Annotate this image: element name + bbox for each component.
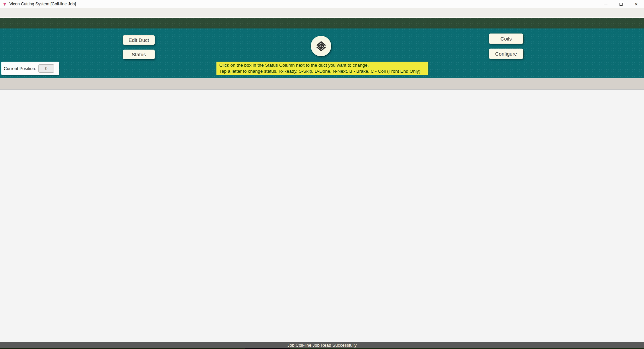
configure-button[interactable]: Configure [489,49,523,59]
close-icon: ✕ [635,2,638,6]
restore-icon [620,3,623,6]
coils-button[interactable]: Coils [489,33,523,44]
menu-bar [0,8,644,18]
current-position-label: Current Position: [4,66,36,71]
window-title: Vicon Cutting System [Coil-line Job] [9,2,76,6]
tab-bar [0,18,644,28]
vertical-arrows-icon [314,40,328,53]
minimize-icon [604,4,607,4]
app-logo-icon: ▼ [3,2,7,6]
vertical-arrows-button[interactable] [311,36,331,56]
close-button[interactable]: ✕ [629,0,644,8]
status-button[interactable]: Status [123,50,155,59]
window-controls: ✕ [598,0,644,8]
current-position-panel: Current Position: 0 [1,62,59,75]
status-bar: Job Coil-line Job Read Successfully [0,342,644,348]
banner-line-1: Click on the box in the Status Column ne… [219,62,425,68]
toolbar: Edit Duct Status Coils Configure Current… [0,28,644,78]
empty-table-area [0,146,644,342]
edit-duct-button[interactable]: Edit Duct [123,35,155,45]
instruction-banner: Click on the box in the Status Column ne… [216,62,428,75]
minimize-button[interactable] [598,0,613,8]
table-header-row [0,78,644,89]
title-bar: ▼ Vicon Cutting System [Coil-line Job] ✕ [0,0,644,8]
right-button-stack: Coils Configure [489,33,523,59]
banner-line-2: Tap a letter to change status. R-Ready, … [219,68,425,74]
current-position-field[interactable]: 0 [38,64,54,73]
status-message: Job Coil-line Job Read Successfully [287,343,357,348]
duct-table [0,78,644,89]
restore-button[interactable] [613,0,629,8]
left-button-stack: Edit Duct Status [123,35,155,59]
